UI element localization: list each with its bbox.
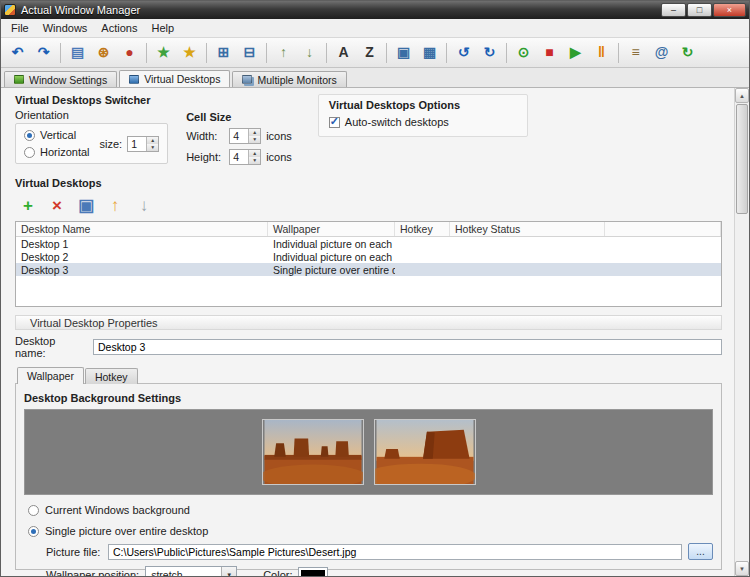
- size-spinner[interactable]: 1: [127, 136, 159, 152]
- scroll-thumb[interactable]: [736, 104, 748, 214]
- toolbar-separator: [386, 43, 387, 63]
- column-header-hotkey-status[interactable]: Hotkey Status: [450, 222, 605, 236]
- tile-windows-button[interactable]: ▦: [417, 40, 442, 65]
- picture-file-input[interactable]: [108, 544, 682, 560]
- menu-item-file[interactable]: File: [4, 20, 36, 36]
- maximize-button[interactable]: □: [687, 3, 712, 17]
- width-spinner[interactable]: 4: [229, 128, 261, 144]
- scroll-up-button[interactable]: [735, 88, 749, 103]
- toolbar-separator: [506, 43, 507, 63]
- tab-window-settings[interactable]: Window Settings: [4, 71, 117, 87]
- move-window-up-button[interactable]: ↑: [271, 40, 296, 65]
- menu-item-windows[interactable]: Windows: [36, 20, 95, 36]
- orientation-vertical-label: Vertical: [40, 129, 76, 141]
- spinner-down-icon[interactable]: [249, 136, 260, 143]
- sort-window-titles-icon: Z: [365, 44, 374, 60]
- orientation-horizontal-radio[interactable]: Horizontal: [24, 146, 90, 158]
- scroll-track[interactable]: [735, 215, 749, 561]
- spinner-down-icon[interactable]: [249, 157, 260, 164]
- check-for-updates-icon: ↻: [682, 44, 694, 60]
- height-spinner[interactable]: 4: [229, 149, 261, 165]
- desktop-row[interactable]: Desktop 1Individual picture on each moni…: [16, 237, 721, 250]
- copy-desktop-button[interactable]: ▣: [73, 193, 99, 217]
- auto-switch-checkbox[interactable]: Auto-switch desktops: [329, 116, 517, 128]
- window-title-tools-button[interactable]: A: [331, 40, 356, 65]
- tab-wallpaper[interactable]: Wallpaper: [17, 367, 84, 384]
- window-settings-tab-icon: [14, 75, 24, 84]
- tab-label: Multiple Monitors: [257, 74, 336, 86]
- remove-window-icon: ⊟: [244, 44, 256, 60]
- log-button[interactable]: ≡: [623, 40, 648, 65]
- rotate-right-button[interactable]: ↻: [477, 40, 502, 65]
- desktop-row[interactable]: Desktop 2Individual picture on each moni…: [16, 250, 721, 263]
- reset-configuration-button[interactable]: ●: [117, 40, 142, 65]
- check-for-updates-button[interactable]: ↻: [675, 40, 700, 65]
- wallpaper-position-label: Wallpaper position:: [46, 569, 139, 577]
- color-picker-button[interactable]: [298, 567, 328, 577]
- tab-virtual-desktops[interactable]: Virtual Desktops: [119, 70, 230, 87]
- desktop-row[interactable]: Desktop 3Single picture over entire desk…: [16, 263, 721, 276]
- redo-button[interactable]: ↷: [31, 40, 56, 65]
- move-desktop-down-icon: ↓: [140, 196, 149, 215]
- desktop-name-label: Desktop name:: [15, 335, 87, 359]
- move-desktop-down-button[interactable]: ↓: [131, 193, 157, 217]
- wallpaper-preview: [24, 409, 713, 495]
- virtual-desktops-tab-icon: [129, 75, 139, 84]
- wallpaper-position-select[interactable]: stretch: [145, 566, 237, 576]
- spinner-up-icon[interactable]: [147, 137, 158, 144]
- save-configuration-button[interactable]: ▤: [65, 40, 90, 65]
- pause-icon: ‖: [598, 44, 605, 60]
- tab-hotkey[interactable]: Hotkey: [85, 368, 138, 384]
- spinner-down-icon[interactable]: [147, 144, 158, 151]
- move-desktop-up-button[interactable]: ↑: [102, 193, 128, 217]
- current-background-radio[interactable]: Current Windows background: [28, 504, 713, 516]
- menu-item-help[interactable]: Help: [144, 20, 181, 36]
- add-desktop-button[interactable]: +: [15, 193, 41, 217]
- column-header-wallpaper[interactable]: Wallpaper: [268, 222, 395, 236]
- tab-multiple-monitors[interactable]: Multiple Monitors: [232, 71, 346, 87]
- scroll-down-button[interactable]: [735, 561, 749, 576]
- properties-tabstrip: Wallpaper Hotkey: [15, 367, 722, 384]
- move-window-down-button[interactable]: ↓: [297, 40, 322, 65]
- single-picture-radio[interactable]: Single picture over entire desktop: [28, 525, 713, 537]
- play-button[interactable]: ▶: [563, 40, 588, 65]
- add-window-button[interactable]: ⊞: [211, 40, 236, 65]
- minimize-button[interactable]: –: [661, 3, 686, 17]
- orientation-label: Orientation: [15, 109, 168, 121]
- options-title: Virtual Desktops Options: [329, 99, 517, 111]
- column-header-filler: [605, 222, 721, 236]
- menu-item-actions[interactable]: Actions: [94, 20, 144, 36]
- send-feedback-button[interactable]: @: [649, 40, 674, 65]
- power-button[interactable]: ⊙: [511, 40, 536, 65]
- pause-button[interactable]: ‖: [589, 40, 614, 65]
- tab-label: Window Settings: [29, 74, 107, 86]
- spinner-up-icon[interactable]: [249, 150, 260, 157]
- sort-window-titles-button[interactable]: Z: [357, 40, 382, 65]
- options-button[interactable]: ⊛: [91, 40, 116, 65]
- rotate-left-button[interactable]: ↺: [451, 40, 476, 65]
- spinner-buttons[interactable]: [146, 137, 158, 151]
- content-area: Virtual Desktops Switcher Orientation Ve…: [1, 88, 749, 576]
- desktop-name-input[interactable]: [93, 339, 722, 355]
- width-unit: icons: [266, 130, 292, 142]
- spinner-up-icon[interactable]: [249, 129, 260, 136]
- close-button[interactable]: ×: [713, 3, 746, 17]
- vertical-scrollbar[interactable]: [734, 88, 749, 576]
- cascade-windows-button[interactable]: ▣: [391, 40, 416, 65]
- browse-button[interactable]: ...: [688, 543, 713, 560]
- delete-desktop-button[interactable]: ×: [44, 193, 70, 217]
- new-window-settings-button[interactable]: ★: [151, 40, 176, 65]
- spinner-buttons[interactable]: [248, 150, 260, 164]
- edit-window-settings-button[interactable]: ★: [177, 40, 202, 65]
- height-unit: icons: [266, 151, 292, 163]
- orientation-vertical-radio[interactable]: Vertical: [24, 129, 90, 141]
- remove-window-button[interactable]: ⊟: [237, 40, 262, 65]
- delete-desktop-icon: ×: [52, 196, 62, 215]
- tile-windows-icon: ▦: [423, 44, 436, 60]
- stop-button[interactable]: ■: [537, 40, 562, 65]
- column-header-hotkey[interactable]: Hotkey: [395, 222, 450, 236]
- spinner-buttons[interactable]: [248, 129, 260, 143]
- undo-button[interactable]: ↶: [5, 40, 30, 65]
- save-configuration-icon: ▤: [71, 44, 84, 60]
- column-header-desktop-name[interactable]: Desktop Name: [16, 222, 268, 236]
